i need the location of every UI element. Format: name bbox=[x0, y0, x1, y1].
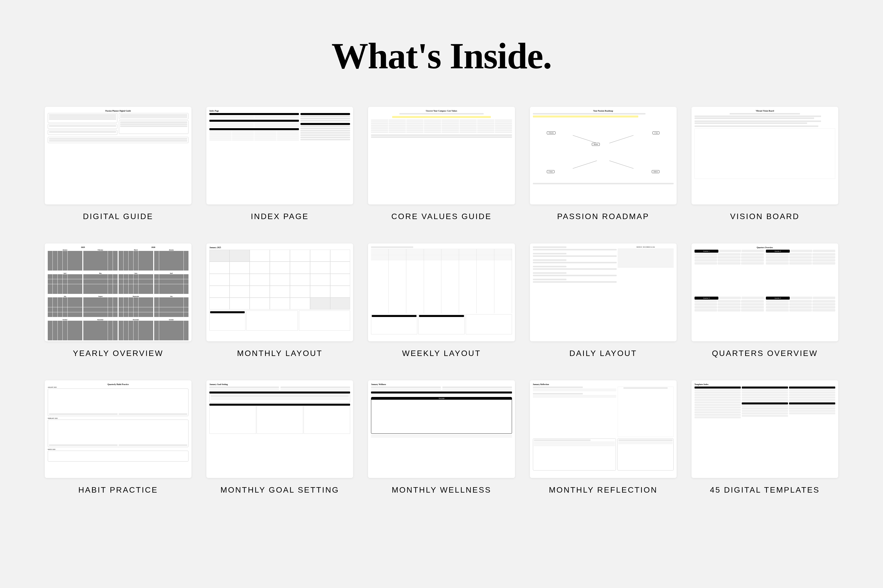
item-digital-guide: Passion Planner Digital Guide DIGITAL GU… bbox=[45, 107, 191, 221]
roadmap-node: 3 Months bbox=[547, 131, 555, 134]
q-header: Quarter 1 bbox=[695, 250, 718, 253]
item-passion-roadmap: Your Passion Roadmap Wishlist 3 Months 1… bbox=[530, 107, 677, 221]
label: YEARLY OVERVIEW bbox=[73, 349, 163, 358]
page-title: What's Inside. bbox=[331, 35, 552, 77]
item-weekly-layout: WEEKLY LAYOUT bbox=[368, 243, 515, 358]
label: MONTHLY GOAL SETTING bbox=[220, 485, 339, 495]
thumb-title: January Wellness bbox=[371, 383, 512, 386]
label: WEEKLY LAYOUT bbox=[402, 349, 481, 358]
thumb-core-values: Uncover Your Compass: Core Values bbox=[368, 107, 515, 204]
thumbnails-grid: Passion Planner Digital Guide DIGITAL GU… bbox=[45, 107, 838, 495]
thumb-digital-guide: Passion Planner Digital Guide bbox=[45, 107, 191, 204]
label: HABIT PRACTICE bbox=[78, 485, 158, 495]
thumb-daily-layout: MONDAY · DECEMBER 30, 2024 bbox=[530, 243, 677, 341]
thumb-title: January Reflection bbox=[533, 383, 674, 386]
label: MONTHLY LAYOUT bbox=[237, 349, 322, 358]
thumb-reflection: January Reflection bbox=[530, 380, 677, 478]
roadmap-node: 3 Years bbox=[547, 170, 555, 173]
label: DIGITAL GUIDE bbox=[83, 212, 153, 221]
label: INDEX PAGE bbox=[251, 212, 309, 221]
thumb-wellness: January Wellness TRACKER bbox=[368, 380, 515, 478]
item-templates: Templates Index bbox=[692, 380, 838, 495]
q-header: Quarter 4 bbox=[766, 297, 790, 300]
thumb-habit-practice: Quarterly Habit Practice JANUARY 2025 FE… bbox=[45, 380, 191, 478]
label: QUARTERS OVERVIEW bbox=[712, 349, 818, 358]
thumb-title: Passion Planner Digital Guide bbox=[48, 110, 188, 112]
label: VISION BOARD bbox=[730, 212, 799, 221]
thumb-index-page: Index Page bbox=[206, 107, 353, 204]
roadmap-center: Wishlist bbox=[592, 143, 600, 146]
thumb-weekly-layout bbox=[368, 243, 515, 341]
thumb-vision-board: Vibrant Vision Board bbox=[692, 107, 838, 204]
item-wellness: January Wellness TRACKER MONTHLY WELLNES… bbox=[368, 380, 515, 495]
thumb-monthly-layout: January 2025 bbox=[206, 243, 353, 341]
thumb-title: January 2025 bbox=[209, 246, 350, 249]
label: MONTHLY REFLECTION bbox=[549, 485, 657, 495]
roadmap-node: Lifetime bbox=[652, 170, 660, 173]
thumb-templates: Templates Index bbox=[692, 380, 838, 478]
label: DAILY LAYOUT bbox=[569, 349, 637, 358]
item-core-values: Uncover Your Compass: Core Values CORE V… bbox=[368, 107, 515, 221]
thumb-yearly-overview: 20252026 January February March January … bbox=[45, 243, 191, 341]
item-quarters-overview: Quarters Overview Quarter 1 Quarter 2 bbox=[692, 243, 838, 358]
item-index-page: Index Page bbox=[206, 107, 353, 221]
item-yearly-overview: 20252026 January February March January … bbox=[45, 243, 191, 358]
item-monthly-layout: January 2025 MONTHLY LAYOUT bbox=[206, 243, 353, 358]
item-vision-board: Vibrant Vision Board VISION BOARD bbox=[692, 107, 838, 221]
thumb-goal-setting: January Goal-Setting bbox=[206, 380, 353, 478]
thumb-title: Quarterly Habit Practice bbox=[48, 383, 188, 386]
label: 45 DIGITAL TEMPLATES bbox=[710, 485, 820, 495]
thumb-passion-roadmap: Your Passion Roadmap Wishlist 3 Months 1… bbox=[530, 107, 677, 204]
thumb-title: January Goal-Setting bbox=[209, 383, 350, 386]
thumb-title: Uncover Your Compass: Core Values bbox=[371, 110, 512, 112]
label: CORE VALUES GUIDE bbox=[391, 212, 492, 221]
roadmap-node: 1 Year bbox=[653, 131, 659, 134]
thumb-title: Your Passion Roadmap bbox=[533, 110, 674, 112]
q-header: Quarter 2 bbox=[766, 250, 790, 253]
item-habit-practice: Quarterly Habit Practice JANUARY 2025 FE… bbox=[45, 380, 191, 495]
item-reflection: January Reflection bbox=[530, 380, 677, 495]
label: MONTHLY WELLNESS bbox=[392, 485, 491, 495]
item-goal-setting: January Goal-Setting MONTHLY GOAL SETTIN… bbox=[206, 380, 353, 495]
thumb-quarters-overview: Quarters Overview Quarter 1 Quarter 2 bbox=[692, 243, 838, 341]
thumb-title: Quarters Overview bbox=[695, 246, 835, 249]
thumb-title: MONDAY · DECEMBER 30, 2024 bbox=[618, 246, 674, 248]
q-header: Quarter 3 bbox=[695, 297, 718, 300]
label: PASSION ROADMAP bbox=[557, 212, 649, 221]
thumb-title: Index Page bbox=[209, 110, 350, 112]
item-daily-layout: MONDAY · DECEMBER 30, 2024 DAILY LAYOUT bbox=[530, 243, 677, 358]
thumb-title: Vibrant Vision Board bbox=[695, 110, 835, 112]
thumb-title: Templates Index bbox=[695, 383, 835, 386]
